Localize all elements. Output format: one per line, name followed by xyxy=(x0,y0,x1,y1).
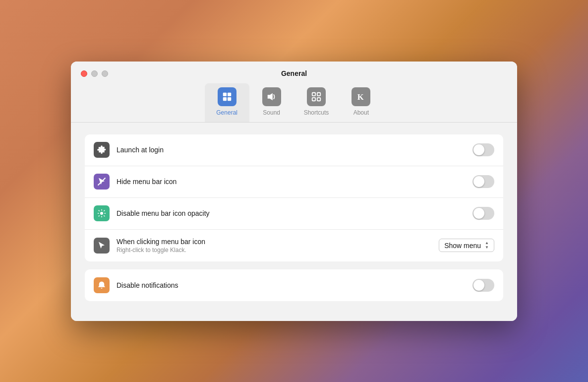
tab-about-label: About xyxy=(353,109,369,116)
click-action-dropdown[interactable]: Show menu ▲ ▼ xyxy=(439,239,494,252)
general-tab-icon xyxy=(218,87,236,106)
dropdown-value: Show menu xyxy=(444,242,481,250)
disable-notifications-toggle[interactable] xyxy=(472,279,494,292)
row-text: Hide menu bar icon xyxy=(117,178,472,186)
tab-general-label: General xyxy=(216,109,237,116)
minimize-button[interactable] xyxy=(91,70,98,77)
tab-shortcuts-label: Shortcuts xyxy=(304,109,329,116)
settings-group-2: Disable notifications xyxy=(85,269,503,301)
table-row: Launch at login xyxy=(85,134,503,166)
stepper-arrows: ▲ ▼ xyxy=(485,241,489,250)
svg-rect-8 xyxy=(317,97,320,100)
disable-opacity-toggle[interactable] xyxy=(472,207,494,220)
tab-bar: General Sound xyxy=(205,83,384,122)
row-text: Launch at login xyxy=(117,146,472,154)
window-title: General xyxy=(281,69,307,77)
traffic-lights xyxy=(81,70,108,77)
row-label: Launch at login xyxy=(117,146,472,154)
sun-icon: ★ xyxy=(94,205,110,221)
table-row: When clicking menu bar icon Right-click … xyxy=(85,230,503,261)
tab-general[interactable]: General xyxy=(205,83,249,122)
maximize-button[interactable] xyxy=(102,70,108,77)
svg-rect-0 xyxy=(223,92,226,96)
row-label: Disable notifications xyxy=(117,281,472,289)
gear-icon xyxy=(94,142,110,158)
svg-text:K: K xyxy=(357,92,364,102)
row-label: Disable menu bar icon opacity xyxy=(117,209,472,217)
svg-marker-4 xyxy=(267,93,272,100)
tab-sound-label: Sound xyxy=(263,109,280,116)
cursor-icon xyxy=(94,238,110,254)
main-window: General General xyxy=(71,62,517,321)
hide-menu-bar-toggle[interactable] xyxy=(472,175,494,188)
tab-about[interactable]: K About xyxy=(339,83,383,122)
svg-rect-3 xyxy=(228,97,231,100)
tab-sound[interactable]: Sound xyxy=(249,83,294,122)
bell-icon xyxy=(94,277,110,293)
content-area: Launch at login Hide menu bar icon xyxy=(71,123,517,321)
table-row: Hide menu bar icon xyxy=(85,166,503,198)
row-label: Hide menu bar icon xyxy=(117,178,472,186)
svg-rect-6 xyxy=(317,92,320,95)
svg-text:★: ★ xyxy=(101,212,103,215)
row-label: When clicking menu bar icon xyxy=(117,238,439,246)
about-tab-icon: K xyxy=(352,87,370,106)
launch-at-login-toggle[interactable] xyxy=(472,143,494,156)
settings-group-1: Launch at login Hide menu bar icon xyxy=(85,134,503,261)
svg-rect-7 xyxy=(312,97,315,100)
sound-tab-icon xyxy=(262,87,281,106)
table-row: Disable notifications xyxy=(85,269,503,301)
titlebar: General General xyxy=(71,62,517,123)
stepper-down-arrow: ▼ xyxy=(485,246,489,250)
tab-shortcuts[interactable]: Shortcuts xyxy=(294,83,339,122)
close-button[interactable] xyxy=(81,70,87,77)
svg-rect-1 xyxy=(228,92,231,96)
row-text: When clicking menu bar icon Right-click … xyxy=(117,238,439,254)
row-text: Disable menu bar icon opacity xyxy=(117,209,472,217)
svg-rect-2 xyxy=(223,97,226,100)
stepper-up-arrow: ▲ xyxy=(485,241,489,245)
row-sublabel: Right-click to toggle Klack. xyxy=(117,247,439,254)
svg-rect-5 xyxy=(312,92,315,95)
shortcuts-tab-icon xyxy=(307,87,326,106)
row-text: Disable notifications xyxy=(117,281,472,289)
cursor-slash-icon xyxy=(94,174,110,190)
table-row: ★ Disable menu bar icon opacity xyxy=(85,198,503,230)
